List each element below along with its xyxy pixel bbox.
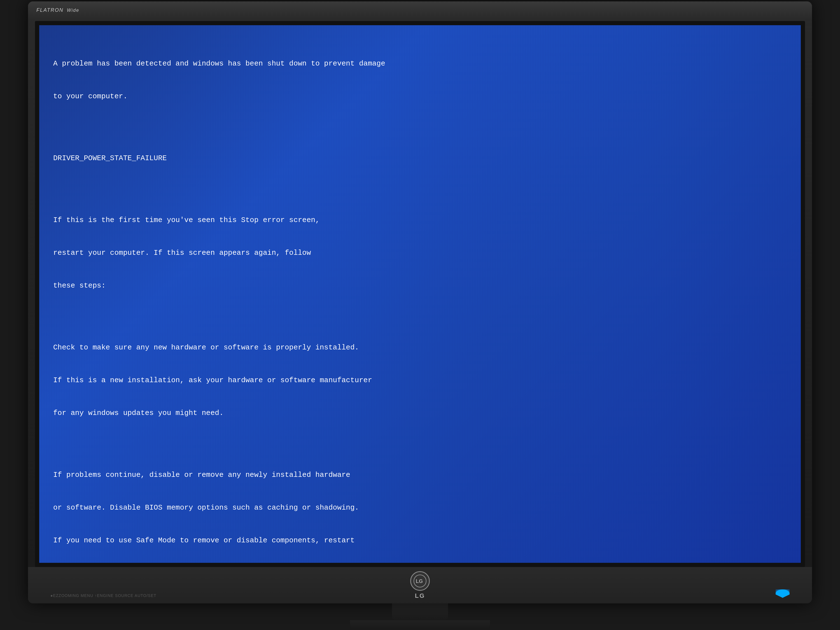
bsod-line-7: Check to make sure any new hardware or s… [53, 342, 787, 353]
bsod-spacer-4 [53, 441, 787, 448]
brand-suffix: Wide [67, 8, 79, 13]
bsod-line-1: A problem has been detected and windows … [53, 58, 787, 69]
brand-main: FLATRON [36, 7, 63, 13]
bsod-line-8: If this is a new installation, ask your … [53, 375, 787, 386]
bsod-line-4: If this is the first time you've seen th… [53, 215, 787, 226]
monitor-stand [392, 603, 448, 620]
bsod-line-2: to your computer. [53, 91, 787, 102]
bsod-line-11: or software. Disable BIOS memory options… [53, 502, 787, 513]
controls-text: ●EZZOOMING MENU ↑ENGINE SOURCE AUTO/SET [51, 593, 156, 598]
lg-logo: LG LG [410, 571, 430, 600]
monitor-bottom-bar: ●EZZOOMING MENU ↑ENGINE SOURCE AUTO/SET … [28, 567, 812, 603]
screen-bezel: A problem has been detected and windows … [35, 21, 805, 567]
bsod-spacer-2 [53, 186, 787, 193]
monitor-controls: ●EZZOOMING MENU ↑ENGINE SOURCE AUTO/SET [51, 593, 156, 598]
bsod-line-10: If problems continue, disable or remove … [53, 470, 787, 480]
power-indicator [775, 589, 789, 598]
monitor-base [350, 620, 490, 628]
svg-text:LG: LG [416, 578, 423, 584]
bsod-content: A problem has been detected and windows … [53, 36, 787, 563]
monitor-top-bar: FLATRON Wide [28, 2, 812, 18]
bsod-line-6: these steps: [53, 280, 787, 291]
bsod-line-9: for any windows updates you might need. [53, 408, 787, 418]
bsod-spacer-1 [53, 124, 787, 131]
bsod-spacer-3 [53, 313, 787, 321]
bsod-line-5: restart your computer. If this screen ap… [53, 248, 787, 259]
bsod-line-12: If you need to use Safe Mode to remove o… [53, 535, 787, 546]
bsod-line-3: DRIVER_POWER_STATE_FAILURE [53, 153, 787, 164]
lg-text: LG [415, 592, 425, 600]
lg-circle: LG [410, 571, 430, 591]
monitor-brand: FLATRON Wide [36, 6, 79, 13]
bsod-screen: A problem has been detected and windows … [39, 25, 801, 563]
lg-circle-svg: LG [413, 574, 427, 588]
monitor: FLATRON Wide A problem has been detected… [28, 2, 812, 603]
power-button-area [775, 589, 789, 598]
